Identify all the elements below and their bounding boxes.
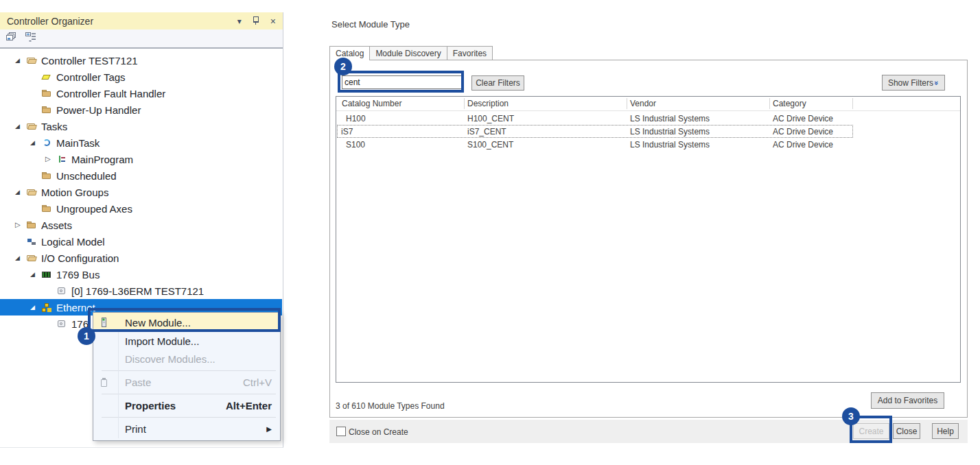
collapse-arrow-icon[interactable] [45,151,56,167]
tree-item-label: Ungrouped Axes [55,203,132,215]
tree-item-io-configuration[interactable]: I/O Configuration [0,250,282,266]
paste-icon [99,377,110,388]
menu-separator [102,417,276,418]
tree-item-tasks[interactable]: Tasks [0,118,282,134]
tab-module-discovery[interactable]: Module Discovery [369,46,447,60]
folder-icon [41,88,52,99]
cell-catalog: H100 [346,114,366,123]
step1-badge: 1 [78,327,95,345]
tree-item-1769-bus[interactable]: 1769 Bus [0,266,282,283]
tab-favorites[interactable]: Favorites [447,46,493,60]
tree-item-controller[interactable]: Controller TEST7121 [0,52,282,69]
tree-item-label: 1769 Bus [55,269,100,281]
expand-arrow-icon[interactable] [30,266,41,283]
menu-separator [102,370,276,371]
tree-item-controller-fault-handler[interactable]: Controller Fault Handler [0,85,282,102]
help-button[interactable]: Help [932,423,959,439]
result-count-status: 3 of 610 Module Types Found [336,401,445,411]
column-divider [769,98,770,109]
tree-item-unscheduled[interactable]: Unscheduled [0,167,282,184]
tree-item-assets[interactable]: Assets [0,217,282,233]
table-row-is7[interactable]: iS7 iS7_CENT LS Industrial Systems AC Dr… [336,125,960,138]
tree-item-controller-tags[interactable]: Controller Tags [0,69,282,85]
tree-item-ungrouped-axes[interactable]: Ungrouped Axes [0,200,282,217]
close-on-create-checkbox[interactable] [336,427,346,436]
tree-item-motion-groups[interactable]: Motion Groups [0,184,282,200]
step3-badge: 3 [842,407,860,425]
window-menu-icon[interactable]: ▾ [237,17,242,25]
folder-icon [41,104,52,115]
menu-item-properties[interactable]: Properties Alt+Enter [93,396,280,414]
cell-category: AC Drive Device [773,127,833,136]
cell-description: H100_CENT [467,114,514,123]
column-header-category[interactable]: Category [773,99,806,108]
folder-open-icon [26,187,37,198]
collapse-arrow-icon[interactable] [15,217,26,233]
tree-item-label: Controller TEST7121 [40,55,138,67]
add-to-favorites-button[interactable]: Add to Favorites [871,392,944,409]
step2-highlight-box [338,71,464,93]
float-panes-icon[interactable] [6,32,17,45]
tree-item-label: Tasks [40,121,67,132]
cell-category: AC Drive Device [773,140,833,150]
cell-catalog: S100 [346,140,365,150]
panel-toolbar [0,29,283,49]
module-icon [56,285,67,296]
tree-item-maintask[interactable]: MainTask [0,134,282,151]
cell-description: S100_CENT [467,140,513,150]
expand-arrow-icon[interactable] [15,118,26,134]
column-header-catalog-number[interactable]: Catalog Number [342,99,401,108]
expand-arrow-icon[interactable] [30,299,41,315]
tree-item-label: Logical Model [40,236,105,248]
tree-item-logical-model[interactable]: Logical Model [0,233,282,250]
module-type-list[interactable]: Catalog Number Description Vendor Catego… [336,96,961,383]
expand-arrow-icon[interactable] [15,52,26,69]
dialog-title: Select Module Type [331,19,410,29]
menu-item-import-module[interactable]: Import Module... [93,332,280,350]
menu-item-shortcut: Alt+Enter [226,400,272,412]
dialog-tabs: Catalog Module Discovery Favorites [329,46,492,60]
folder-icon [41,170,52,181]
tree-item-1769-l36erm[interactable]: [0] 1769-L36ERM TEST7121 [0,283,282,299]
expand-arrow-icon[interactable] [30,134,41,151]
pin-glyph [253,16,259,25]
menu-item-print[interactable]: Print ▶ [93,420,280,438]
column-divider [464,98,465,109]
menu-item-shortcut: Ctrl+V [243,377,272,388]
list-header-row: Catalog Number Description Vendor Catego… [336,97,960,111]
bus-icon [41,269,52,280]
folder-open-icon [26,55,37,66]
close-button[interactable]: Close [893,423,920,439]
table-row-h100[interactable]: H100 H100_CENT LS Industrial Systems AC … [336,112,960,125]
clear-filters-button[interactable]: Clear Filters [471,75,524,91]
tree-item-power-up-handler[interactable]: Power-Up Handler [0,102,282,118]
expand-tree-icon[interactable] [25,32,36,45]
list-rows: H100 H100_CENT LS Industrial Systems AC … [336,112,960,151]
tree-item-label: Unscheduled [55,170,117,182]
model-icon [26,236,37,247]
column-header-vendor[interactable]: Vendor [630,99,656,108]
tree-item-label: [0] 1769-L36ERM TEST7121 [70,285,204,297]
tab-catalog[interactable]: Catalog [329,46,370,60]
step2-badge: 2 [334,58,352,75]
cell-vendor: LS Industrial Systems [630,114,710,123]
table-row-s100[interactable]: S100 S100_CENT LS Industrial Systems AC … [336,138,960,151]
close-icon[interactable]: × [270,16,276,26]
menu-item-label: Print [125,423,266,435]
show-filters-button[interactable]: Show Filters» [882,75,945,91]
tree-item-mainprogram[interactable]: MainProgram [0,151,282,167]
menu-item-discover-modules: Discover Modules... [93,350,280,368]
folder-open-icon [26,121,37,132]
folder-icon [26,219,37,230]
column-header-description[interactable]: Description [467,99,509,108]
expand-arrow-icon[interactable] [15,184,26,200]
expand-arrow-icon[interactable] [15,250,26,266]
pin-icon[interactable] [253,16,259,27]
menu-item-label: Discover Modules... [125,353,272,365]
close-on-create-label: Close on Create [349,427,408,437]
screenshot-root: Controller Organizer ▾ × Controller TEST… [0,0,980,465]
tree-item-label: I/O Configuration [40,252,119,264]
cell-category: AC Drive Device [773,114,833,123]
menu-item-label: Properties [125,400,212,412]
double-chevron-icon: » [933,80,941,84]
